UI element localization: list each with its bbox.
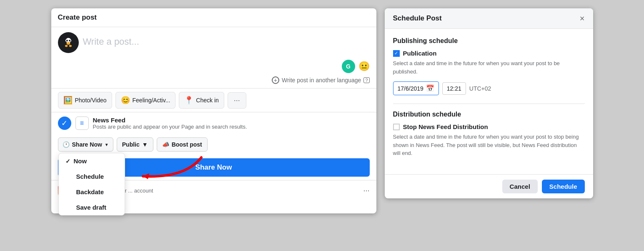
svg-point-4 [67,42,70,44]
svg-point-3 [69,40,70,41]
svg-point-8 [69,45,71,47]
add-language-icon: + [272,76,279,84]
date-time-row: 17/6/2019 📅 12:21 UTC+02 [393,81,585,95]
language-text[interactable]: Write post in another language [282,77,361,84]
section-divider [393,104,585,104]
timezone-label: UTC+02 [469,85,491,92]
svg-point-6 [70,41,73,46]
avatar [58,32,79,53]
post-input-area: Write a post... [51,27,376,58]
schedule-footer: Cancel Schedule [385,174,593,198]
megaphone-icon: 📣 [162,141,169,148]
date-field[interactable]: 17/6/2019 📅 [393,81,439,95]
reel-more-button[interactable]: ··· [363,186,369,195]
photo-video-button[interactable]: 🖼️ Photo/Video [58,92,112,109]
public-dropdown[interactable]: Public ▼ [117,137,153,152]
cancel-button[interactable]: Cancel [502,180,538,193]
news-feed-section: ✓ ≡ News Feed Posts are public and appea… [51,112,376,134]
more-actions-button[interactable]: ··· [228,92,246,109]
now-label: Now [74,157,87,165]
distribution-row: Stop News Feed Distribution [393,123,585,130]
photo-icon: 🖼️ [63,96,73,105]
schedule-header: Schedule Post × [385,8,593,29]
distribution-schedule-section: Distribution schedule Stop News Feed Dis… [393,111,585,157]
clock-icon: 🕐 [63,141,70,148]
create-post-header: Create post [51,8,376,27]
checkin-label: Check in [196,97,218,104]
svg-point-5 [64,41,66,46]
publishing-schedule-title: Publishing schedule [393,37,585,45]
post-placeholder[interactable]: Write a post... [83,32,370,47]
post-tools-row: G 😐 [51,58,376,76]
publication-checkbox[interactable]: ✓ [393,50,400,57]
dropdown-item-now[interactable]: ✓ Now [59,153,125,169]
distribution-schedule-title: Distribution schedule [393,111,585,118]
publishing-schedule-section: Publishing schedule ✓ Publication Select… [393,37,585,95]
backdate-label: Backdate [76,188,104,195]
boost-label: Boost post [172,141,202,148]
time-field[interactable]: 12:21 [442,82,466,95]
publication-row: ✓ Publication [393,50,585,57]
create-post-panel: Create post Write a post... G 😐 [51,8,376,213]
public-caret: ▼ [142,141,148,148]
dots-label: ··· [234,96,240,104]
checkin-button[interactable]: 📍 Check in [179,92,224,109]
language-row: + Write post in another language ? [51,76,376,88]
stop-distribution-checkbox[interactable] [393,124,400,130]
public-label: Public [122,141,140,148]
dropdown-item-save-draft[interactable]: Save draft [59,200,125,215]
news-feed-info: News Feed Posts are public and appear on… [93,117,370,130]
grammarly-icon[interactable]: G [342,60,355,73]
share-now-dropdown[interactable]: 🕐 Share Now ▼ ✓ Now Schedule Backdate [58,137,113,152]
action-buttons-row: 🖼️ Photo/Video 😊 Feeling/Activ... 📍 Chec… [51,88,376,112]
boost-post-button[interactable]: 📣 Boost post [157,137,208,152]
check-circle-icon: ✓ [58,117,71,130]
svg-point-2 [66,40,68,41]
schedule-label: Schedule [76,173,104,180]
news-feed-desc: Posts are public and appear on your Page… [93,124,370,130]
schedule-button[interactable]: Schedule [542,180,585,193]
svg-point-7 [65,45,68,47]
publication-desc: Select a date and time in the future for… [393,59,585,76]
share-now-label: Share Now [72,141,102,148]
schedule-body: Publishing schedule ✓ Publication Select… [385,29,593,174]
share-now-dropdown-menu: ✓ Now Schedule Backdate Save draft [58,153,125,216]
time-value: 12:21 [447,85,461,92]
calendar-icon: 📅 [426,84,434,92]
publication-label: Publication [403,50,437,57]
feeling-label: Feeling/Activ... [133,97,170,104]
news-feed-icon-button[interactable]: ≡ [75,117,89,130]
stop-distribution-desc: Select a date and time in the future for… [393,133,585,157]
schedule-close-button[interactable]: × [580,14,585,23]
feeling-button[interactable]: 😊 Feeling/Activ... [115,92,176,109]
stop-distribution-label: Stop News Feed Distribution [403,123,488,130]
schedule-panel-title: Schedule Post [393,14,442,23]
caret-icon: ▼ [105,142,109,147]
schedule-post-panel: Schedule Post × Publishing schedule ✓ Pu… [385,8,593,198]
header-label: Create post [58,13,97,21]
dropdown-item-backdate[interactable]: Backdate [59,184,125,200]
date-value: 17/6/2019 [398,85,423,92]
question-badge: ? [363,77,369,83]
bottom-controls: 🕐 Share Now ▼ ✓ Now Schedule Backdate [51,134,376,155]
dropdown-item-schedule[interactable]: Schedule [59,169,125,184]
now-checkmark: ✓ [65,158,70,165]
checkin-icon: 📍 [184,96,193,105]
feeling-icon: 😊 [121,96,130,105]
photo-label: Photo/Video [75,97,107,104]
emoji-button[interactable]: 😐 [358,61,370,72]
news-feed-title: News Feed [93,117,370,124]
save-draft-label: Save draft [76,204,107,211]
